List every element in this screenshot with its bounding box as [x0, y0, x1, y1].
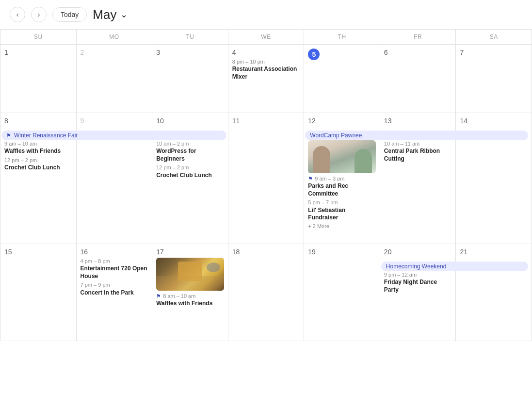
event-banner-title: Winter Renaissance Fair: [14, 132, 78, 139]
event-time: ⚑9 am – 3 pm: [308, 175, 376, 182]
calendar-grid: SU MO TU WE TH FR SA 1 2 3 4 8 pm – 10 p…: [0, 29, 532, 341]
week-1: 1 2 3 4 8 pm – 10 pm Restaurant Associat…: [0, 45, 532, 113]
day-headers-row: SU MO TU WE TH FR SA: [0, 30, 532, 45]
event-time: 5 pm – 7 pm: [308, 199, 376, 206]
day-number: 14: [460, 117, 528, 125]
event-title: Central Park Ribbon Cutting: [384, 148, 452, 163]
event-time: 10 am – 2 pm: [156, 140, 224, 147]
event-time: 4 pm – 8 pm: [81, 258, 148, 264]
today-button[interactable]: Today: [52, 7, 87, 22]
day-19: 19: [304, 244, 380, 341]
event-title: Friday Night Dance Party: [384, 279, 452, 294]
event-title: WordPress for Beginners: [156, 148, 224, 163]
bookmark-icon: ⚑: [6, 132, 11, 139]
day-number: 13: [384, 117, 452, 125]
event-time: 7 pm – 9 pm: [81, 281, 148, 288]
event-winter-renaissance[interactable]: ⚑ Winter Renaissance Fair: [1, 131, 226, 140]
event-title: Crochet Club Lunch: [4, 164, 72, 172]
day-number: 2: [81, 49, 148, 56]
event-time: ⚑8 am – 10 am: [156, 293, 224, 299]
event-crochet-8[interactable]: 12 pm – 2 pm Crochet Club Lunch: [4, 157, 72, 172]
day-18: 18: [228, 244, 305, 341]
day-number: 18: [232, 248, 300, 256]
day-3: 3: [152, 45, 228, 113]
event-ribbon[interactable]: 10 am – 11 am Central Park Ribbon Cuttin…: [384, 140, 452, 163]
event-crochet-10[interactable]: 12 pm – 2 pm Crochet Club Lunch: [156, 164, 224, 179]
day-number: 12: [308, 117, 376, 125]
event-wordcamp[interactable]: WordCamp Pawnee: [305, 131, 528, 140]
day-7: 7: [456, 45, 532, 113]
day-1: 1: [0, 45, 77, 113]
event-banner-title: WordCamp Pawnee: [310, 132, 362, 139]
day-number: 8: [4, 117, 72, 125]
day-number: 1: [4, 49, 72, 56]
day-header-sa: SA: [456, 30, 532, 45]
event-title: Entertainment 720 Open House: [81, 265, 148, 280]
month-title[interactable]: May ⌄: [93, 7, 128, 22]
month-chevron: ⌄: [120, 9, 128, 20]
event-entertainment[interactable]: 4 pm – 8 pm Entertainment 720 Open House: [81, 258, 148, 280]
event-friday-night[interactable]: 9 pm – 12 am Friday Night Dance Party: [384, 271, 452, 294]
event-title: Restaurant Association Mixer: [232, 66, 300, 81]
event-time: 12 pm – 2 pm: [4, 157, 72, 164]
more-events-link[interactable]: + 2 More: [308, 223, 376, 229]
day-number: 20: [384, 248, 452, 256]
calendar-header: ‹ › Today May ⌄: [0, 0, 532, 29]
event-title: Lil' Sebastian Fundraiser: [308, 207, 376, 222]
day-header-su: SU: [0, 30, 77, 45]
day-4: 4 8 pm – 10 pm Restaurant Association Mi…: [228, 45, 305, 113]
day-20: 20 9 pm – 12 am Friday Night Dance Party: [380, 244, 456, 341]
day-header-th: TH: [304, 30, 380, 45]
event-waffles-17[interactable]: ⚑8 am – 10 am Waffles with Friends: [156, 293, 224, 308]
event-time: 8 pm – 10 pm: [232, 58, 300, 65]
event-time: 10 am – 11 am: [384, 140, 452, 147]
day-number: 6: [384, 49, 452, 56]
event-sebastian[interactable]: 5 pm – 7 pm Lil' Sebastian Fundraiser: [308, 199, 376, 221]
event-waffles[interactable]: 9 am – 10 am Waffles with Friends: [4, 140, 72, 155]
prev-button[interactable]: ‹: [10, 7, 25, 22]
week-3: 15 16 4 pm – 8 pm Entertainment 720 Open…: [0, 244, 532, 341]
day-number: 15: [4, 248, 72, 256]
day-number: 3: [156, 49, 224, 56]
day-5: 5: [304, 45, 380, 113]
day-number: 10: [156, 117, 224, 125]
day-number: 16: [81, 248, 148, 256]
event-restaurant[interactable]: 8 pm – 10 pm Restaurant Association Mixe…: [232, 58, 300, 81]
event-title: Waffles with Friends: [4, 148, 72, 155]
day-2: 2: [77, 45, 153, 113]
day-number: 9: [81, 117, 148, 125]
event-concert[interactable]: 7 pm – 9 pm Concert in the Park: [81, 281, 148, 297]
day-number: 17: [156, 248, 224, 256]
event-time: 9 am – 10 am: [4, 140, 72, 147]
day-16: 16 4 pm – 8 pm Entertainment 720 Open Ho…: [77, 244, 153, 341]
next-button[interactable]: ›: [31, 7, 47, 22]
event-title: Parks and Rec Committee: [308, 182, 376, 198]
day-number: 19: [308, 248, 376, 256]
event-banner-title: Homecoming Weekend: [386, 263, 447, 270]
day-number-today: 5: [308, 49, 320, 60]
event-parks[interactable]: ⚑9 am – 3 pm Parks and Rec Committee: [308, 175, 376, 198]
week-2: 8 9 am – 10 am Waffles with Friends 12 p…: [0, 113, 532, 244]
event-title: Waffles with Friends: [156, 300, 224, 308]
event-title: Crochet Club Lunch: [156, 172, 224, 180]
day-header-mo: MO: [77, 30, 153, 45]
event-homecoming[interactable]: Homecoming Weekend: [381, 262, 528, 271]
day-17: 17 ⚑8 am – 10 am Waffles with Friends: [152, 244, 228, 341]
day-6: 6: [380, 45, 456, 113]
day-15: 15: [0, 244, 77, 341]
day-number: 11: [232, 117, 300, 125]
event-photo-people: [308, 140, 376, 173]
month-label: May: [93, 7, 116, 22]
day-21: 21: [456, 244, 532, 341]
day-number: 7: [460, 49, 528, 56]
event-time: 9 pm – 12 am: [384, 271, 452, 278]
event-time: 12 pm – 2 pm: [156, 164, 224, 171]
event-title: Concert in the Park: [81, 289, 148, 297]
day-number: 21: [460, 248, 528, 256]
day-header-we: WE: [228, 30, 305, 45]
day-header-tu: TU: [152, 30, 228, 45]
day-11: 11: [228, 113, 305, 244]
event-photo-waffle: [156, 258, 224, 291]
event-wordpress[interactable]: 10 am – 2 pm WordPress for Beginners: [156, 140, 224, 163]
day-number: 4: [232, 49, 300, 56]
